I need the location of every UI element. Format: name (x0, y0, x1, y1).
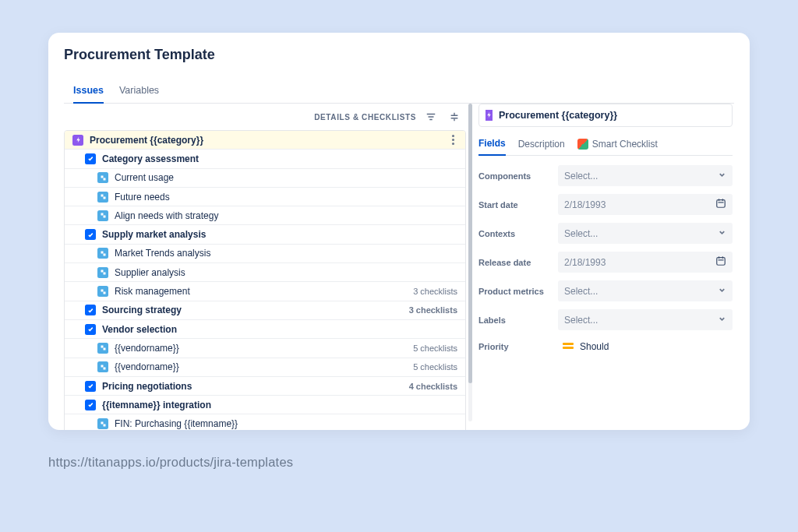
sub-icon (97, 248, 108, 259)
row-label: Future needs (115, 192, 465, 203)
tree-row[interactable]: {{vendorname}}5 checklists (65, 339, 465, 358)
date-input[interactable]: 2/18/1993 (558, 252, 733, 273)
check-icon (85, 305, 96, 315)
smart-checklist-icon (577, 139, 588, 150)
field-label: Contexts (478, 229, 547, 238)
sub-icon (97, 343, 108, 354)
svg-rect-10 (101, 289, 103, 291)
svg-rect-4 (101, 213, 103, 216)
select-input[interactable]: Select... (558, 223, 733, 244)
sub-icon (97, 192, 108, 203)
page-title: Procurement Template (64, 47, 734, 63)
field-row: Release date2/18/1993 (478, 252, 733, 273)
field-label: Release date (478, 258, 547, 267)
tree-row[interactable]: Align needs with strategy (65, 206, 465, 225)
row-meta: 4 checklists (409, 382, 465, 391)
sub-icon (97, 361, 108, 372)
tree-row[interactable]: Pricing negotiations4 checklists (65, 377, 465, 396)
svg-rect-17 (103, 424, 105, 426)
row-meta: 3 checklists (413, 287, 465, 296)
field-value: 2/18/1993 (564, 199, 606, 210)
tree-row[interactable]: Category assessment (65, 150, 465, 168)
tab-smart-checklist-label: Smart Checklist (592, 139, 658, 150)
row-label: Supply market analysis (102, 229, 465, 240)
template-card: Procurement Template Issues Variables DE… (48, 33, 750, 430)
check-icon (85, 400, 96, 410)
tab-description[interactable]: Description (518, 133, 565, 155)
kebab-icon[interactable] (445, 132, 461, 148)
field-row: ContextsSelect... (478, 223, 733, 244)
svg-rect-16 (101, 421, 103, 424)
row-label: Sourcing strategy (102, 305, 409, 315)
tree-row[interactable]: {{itemname}} integration (65, 396, 465, 414)
tab-fields[interactable]: Fields (478, 133, 506, 156)
chevron-down-icon (718, 171, 726, 181)
check-icon (85, 381, 96, 392)
svg-rect-22 (717, 258, 726, 266)
chevron-down-icon (718, 228, 726, 239)
row-label: Market Trends analysis (115, 248, 465, 259)
svg-rect-14 (101, 365, 103, 367)
select-input[interactable]: Select... (558, 165, 733, 186)
svg-rect-11 (103, 291, 105, 294)
sub-icon (97, 418, 108, 429)
priority-text: Should (580, 341, 609, 352)
svg-rect-25 (722, 256, 723, 259)
field-row: Product metricsSelect... (478, 280, 733, 301)
filter-icon[interactable] (422, 108, 440, 125)
issue-tree: Procurement {{category}}Category assessm… (64, 130, 466, 430)
tree-row[interactable]: Sourcing strategy3 checklists (65, 301, 465, 320)
row-meta: 5 checklists (413, 344, 465, 353)
chevron-down-icon (718, 286, 726, 297)
tree-row[interactable]: Current usage (65, 169, 465, 188)
calendar-icon (715, 255, 726, 269)
svg-rect-21 (722, 199, 723, 201)
svg-rect-5 (103, 216, 105, 218)
check-icon (85, 153, 96, 164)
select-input[interactable]: Select... (558, 309, 733, 330)
tree-row[interactable]: Vendor selection (65, 320, 465, 339)
panel-title-box: Procurement {{category}} (478, 104, 733, 127)
field-value: Select... (564, 286, 598, 297)
issues-column: DETAILS & CHECKLISTS Procurement {{categ… (64, 104, 466, 421)
main-tabs: Issues Variables (64, 80, 734, 104)
tree-row[interactable]: Procurement {{category}} (65, 131, 465, 150)
check-icon (85, 324, 96, 335)
svg-rect-8 (101, 270, 103, 273)
tree-row[interactable]: Risk management3 checklists (65, 282, 465, 301)
row-label: Current usage (115, 172, 465, 183)
row-label: {{vendorname}} (115, 361, 413, 372)
tab-issues[interactable]: Issues (73, 80, 104, 104)
sub-icon (97, 210, 108, 221)
row-label: Supplier analysis (115, 267, 465, 278)
row-label: Category assessment (102, 153, 465, 164)
svg-rect-0 (101, 175, 103, 178)
scrollbar[interactable] (468, 104, 472, 421)
svg-rect-9 (103, 273, 105, 275)
svg-rect-13 (103, 348, 105, 351)
tree-row[interactable]: {{vendorname}}5 checklists (65, 358, 465, 377)
fields-list: ComponentsSelect...Start date2/18/1993Co… (478, 165, 733, 330)
tab-smart-checklist[interactable]: Smart Checklist (577, 133, 658, 155)
tree-row[interactable]: Future needs (65, 188, 465, 206)
priority-value[interactable]: Should (558, 341, 609, 352)
tab-variables[interactable]: Variables (119, 80, 159, 103)
collapse-icon[interactable] (446, 108, 463, 125)
tree-row[interactable]: Market Trends analysis (65, 245, 465, 263)
field-label: Components (478, 171, 547, 181)
row-label: {{vendorname}} (115, 343, 413, 354)
priority-row: Priority Should (478, 341, 733, 352)
svg-rect-12 (101, 346, 103, 348)
tree-row[interactable]: Supply market analysis (65, 225, 465, 244)
priority-label: Priority (478, 342, 547, 351)
tree-row[interactable]: Supplier analysis (65, 263, 465, 282)
row-label: Risk management (115, 286, 413, 297)
epic-icon (72, 135, 83, 146)
date-input[interactable]: 2/18/1993 (558, 194, 733, 215)
field-value: 2/18/1993 (564, 257, 606, 268)
tree-row[interactable]: FIN: Purchasing {{itemname}} (65, 414, 465, 430)
svg-rect-19 (719, 202, 724, 203)
svg-rect-20 (719, 199, 719, 201)
priority-should-icon (563, 343, 574, 351)
select-input[interactable]: Select... (558, 280, 733, 301)
